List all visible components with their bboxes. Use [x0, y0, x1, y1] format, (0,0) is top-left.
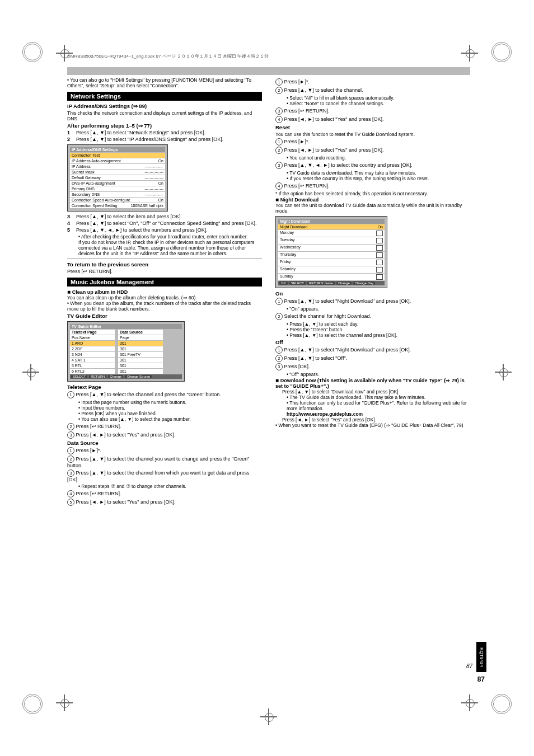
off3b: "Off" appears.	[287, 372, 470, 377]
p-4l: 3 N24	[72, 353, 82, 356]
p-6r: 301	[120, 364, 127, 368]
g2b1: Select "All" to fill in all blank spaces…	[287, 95, 470, 101]
r3b1: TV Guide data is downloaded. This may ta…	[287, 170, 470, 176]
g4: Press [◄, ►] to select "Yes" and press […	[284, 116, 384, 122]
ns-0r: On	[378, 225, 383, 229]
g-n2: 2	[275, 87, 283, 94]
ip-row-3l: Subnet Mask	[72, 170, 95, 174]
step3c: Press [▲, ▼, ◄, ►] to select the numbers…	[76, 227, 208, 233]
p-6l: 5 RTL	[72, 364, 82, 368]
on2: Select the channel for Night Download.	[284, 313, 372, 319]
pf2: Change	[108, 375, 123, 378]
ip-row-1r: On	[158, 159, 163, 163]
ip-note-bullet: After checking the specifications for yo…	[78, 234, 262, 240]
music-square: Clean up album in HDD	[67, 289, 262, 295]
reset-h: Reset	[275, 124, 470, 130]
tp-sub-c: Press [OK] when you have finished.	[78, 411, 262, 416]
ip-row-6l: Primary DNS	[72, 187, 95, 191]
nf2: RETURN: leave	[307, 281, 335, 285]
ns-6l: Saturday	[280, 267, 296, 273]
dlnow-sq: Download now (This setting is available …	[275, 377, 470, 389]
ip-row-8r: On	[158, 198, 163, 202]
checkbox-icon	[376, 238, 383, 243]
on2b3: Press [▲, ▼] to select the channel and p…	[287, 332, 470, 338]
ds-step5: Press [◄, ►] to select "Yes" and press […	[76, 499, 176, 505]
tp-sub-d: You can also use [▲, ▼] to select the pa…	[78, 416, 262, 422]
music-bullet: When you clean up the album, the track n…	[67, 300, 262, 312]
g-n3: 3	[275, 107, 283, 115]
step2a: Press [▲, ▼] to select "Network Settings…	[76, 130, 205, 135]
ns-7l: Sunday	[280, 274, 293, 280]
return-text: Press [↩ RETURN].	[67, 269, 262, 274]
ip-row-1l: IP Address Auto-assignment	[72, 159, 121, 163]
dlnow-text: Press [▲, ▼] to select "Download now" an…	[282, 389, 470, 395]
on1b: "On" appears.	[287, 306, 470, 312]
side-tab: RQT9434	[476, 642, 486, 672]
ip-row-5r: On	[158, 181, 163, 185]
p-5r: 301	[120, 358, 127, 362]
hdmi-note: You can also go to "HDMI Settings" by pr…	[67, 77, 262, 88]
title-bar	[67, 67, 470, 75]
tp-step3: Press [◄, ►] to select "Yes" and press […	[76, 432, 176, 438]
ds-sub: Repeat steps ② and ③ to change other cha…	[78, 483, 262, 489]
on-n1: 1	[275, 298, 283, 305]
ds-h: Data Source	[67, 440, 262, 446]
night-text: You can set the unit to download TV Guid…	[275, 203, 470, 214]
off3: Press [OK].	[284, 364, 310, 369]
p-5l: 4 SAT 1	[72, 358, 86, 362]
asterisk-note: * If the option has been selected alread…	[275, 191, 470, 196]
ip-row-6r: ---.---.---.---	[144, 187, 163, 191]
p-3l: 2 ZDF	[72, 347, 82, 351]
p-2l: 1 ARD	[72, 341, 83, 345]
ns-5l: Friday	[280, 260, 291, 265]
tp-step2: Press [↩ RETURN].	[76, 424, 121, 429]
r2: Press [◄, ►] to select "Yes" and press […	[284, 147, 384, 153]
ns-3l: Wednesday	[280, 245, 301, 251]
music-text: You can also clean up the album after de…	[67, 295, 262, 300]
g2b2: Select "None" to cancel the channel sett…	[287, 101, 470, 106]
profile-screen: TV Guide Editor Teletext Page Pos Name 1…	[67, 321, 185, 382]
ns-4l: Thursday	[280, 252, 296, 258]
ip-screen-title: IP Address/DNS Settings	[70, 147, 165, 152]
p-1r: Page	[120, 336, 129, 340]
ip-row-4r: ---.---.---.---	[144, 176, 163, 180]
r2b: You cannot undo resetting.	[287, 155, 470, 161]
ds-step1: Press [►]*.	[76, 448, 101, 453]
netset-intro: This checks the network connection and d…	[67, 110, 262, 121]
on-h: On	[275, 290, 470, 297]
night-sq: Night Download	[275, 196, 470, 203]
tp-n3: 3	[67, 431, 74, 439]
step3a: Press [▲, ▼] to select the item and pres…	[76, 214, 182, 219]
off-n1: 1	[275, 346, 283, 354]
ip-row-0l: Connection Test	[72, 153, 100, 157]
r1: Press [►]*.	[284, 139, 310, 144]
ip-row-3r: ---.---.---.---	[144, 170, 163, 174]
p-3r: 301	[120, 347, 127, 351]
pf3: Change Source	[125, 375, 152, 378]
profile-h: TV Guide Editor	[67, 313, 262, 319]
ip-row-9r: 100BASE half dplx	[131, 204, 163, 208]
p-7l: 6 RTL2	[72, 369, 85, 373]
on2b1: Press [▲, ▼] to select each day.	[287, 321, 470, 327]
ip-row-2l: IP Address	[72, 165, 91, 168]
r3b2: If you reset the country in this step, t…	[287, 176, 470, 181]
extra-text: Press [◄, ►] to select "Yes" and press […	[282, 417, 470, 422]
extra-b: When you want to reset the TV Guide data…	[275, 422, 470, 428]
ds-step3: Press [▲, ▼] to select the channel from …	[67, 470, 250, 482]
r4: Press [↩ RETURN].	[284, 183, 330, 189]
g2: Press [▲, ▼] to select the channel.	[284, 87, 363, 93]
tp-sub-a: Input the page number using the numeric …	[78, 400, 262, 405]
on-n2: 2	[275, 313, 283, 320]
checkbox-icon	[376, 267, 383, 273]
step-5-num: 5	[67, 227, 76, 233]
ip-row-4l: Default Gateway	[72, 176, 101, 180]
ip-row-7r: ---.---.---.---	[144, 192, 163, 196]
r-n1: 1	[275, 138, 283, 145]
g-n4: 4	[275, 116, 283, 123]
r-n2: 2	[275, 147, 283, 154]
dlnow-url: http://www.europe.guideplus.com	[287, 411, 470, 417]
r3: Press [▲, ▼, ◄, ►] to select the country…	[284, 162, 413, 168]
p-4r: 301 FreeTV	[120, 353, 140, 356]
ip-screen: IP Address/DNS Settings Connection Test …	[67, 144, 168, 212]
p-7r: 301	[120, 369, 127, 373]
